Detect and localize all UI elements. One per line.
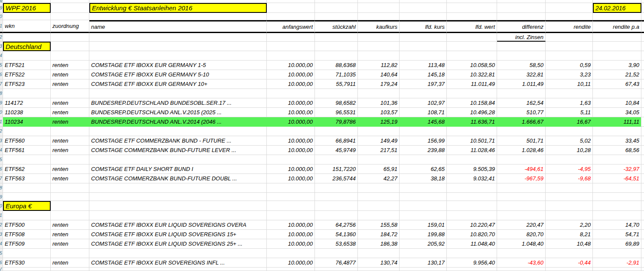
cell-lfd-kurs[interactable]: 145,68: [400, 117, 447, 127]
row-header[interactable]: 16: [0, 70, 3, 79]
empty-cell[interactable]: [315, 193, 358, 201]
empty-cell[interactable]: [51, 249, 89, 258]
empty-cell[interactable]: [3, 268, 51, 271]
cell-rendite-pa[interactable]: 3,90: [593, 61, 641, 70]
cell-wkn[interactable]: ETF509: [3, 239, 51, 249]
row-header[interactable]: 20: [0, 108, 3, 117]
empty-cell[interactable]: [641, 70, 644, 79]
empty-cell[interactable]: [358, 51, 400, 61]
row-header[interactable]: 8: [0, 0, 3, 3]
cell-stueckzahl[interactable]: 79,8786: [315, 117, 358, 127]
col-header-lfd-kurs[interactable]: lfd. kurs: [400, 20, 447, 33]
cell-differenz[interactable]: 1.011,49: [497, 79, 546, 89]
workbook-label-cell[interactable]: WPF 2016: [3, 3, 51, 13]
empty-cell[interactable]: [89, 201, 267, 211]
empty-cell[interactable]: [641, 220, 644, 230]
empty-cell[interactable]: [641, 89, 644, 98]
cell-kaufkurs[interactable]: 65,91: [358, 164, 400, 174]
empty-cell[interactable]: [641, 0, 644, 3]
cell-kaufkurs[interactable]: 140,64: [358, 70, 400, 79]
empty-cell[interactable]: [267, 268, 315, 271]
empty-cell[interactable]: [497, 3, 546, 13]
empty-cell[interactable]: [497, 201, 546, 211]
empty-cell[interactable]: [315, 249, 358, 258]
empty-cell[interactable]: [447, 211, 497, 220]
empty-cell[interactable]: [315, 13, 358, 20]
cell-stueckzahl[interactable]: 98,6582: [315, 98, 358, 108]
empty-cell[interactable]: [89, 33, 267, 42]
cell-zuordnung[interactable]: renten: [51, 174, 89, 183]
empty-cell[interactable]: [641, 13, 644, 20]
empty-cell[interactable]: [593, 51, 641, 61]
empty-cell[interactable]: [358, 0, 400, 3]
empty-cell[interactable]: [267, 249, 315, 258]
empty-cell[interactable]: [358, 268, 400, 271]
cell-lfd-wert[interactable]: 10.220,47: [447, 220, 497, 230]
cell-zuordnung[interactable]: renten: [51, 220, 89, 230]
empty-cell[interactable]: [267, 211, 315, 220]
cell-name[interactable]: COMSTAGE ETF IBOXX EUR LIQUID SOVEREIGNS…: [89, 230, 267, 239]
empty-cell[interactable]: [3, 183, 51, 193]
empty-cell[interactable]: [641, 42, 644, 51]
empty-cell[interactable]: [641, 51, 644, 61]
cell-kaufkurs[interactable]: 155,58: [358, 220, 400, 230]
empty-cell[interactable]: [641, 193, 644, 201]
cell-wkn[interactable]: ETF508: [3, 230, 51, 239]
cell-differenz[interactable]: -43,60: [497, 258, 546, 268]
empty-cell[interactable]: [497, 42, 546, 51]
cell-anfangswert[interactable]: 10.000,00: [267, 117, 315, 127]
empty-cell[interactable]: [497, 193, 546, 201]
empty-cell[interactable]: [267, 127, 315, 136]
cell-stueckzahl[interactable]: 96,5531: [315, 108, 358, 117]
cell-anfangswert[interactable]: 10.000,00: [267, 98, 315, 108]
empty-cell[interactable]: [358, 155, 400, 164]
cell-name[interactable]: COMSTAGE ETF IBOXX EUR GERMANY 5-10: [89, 70, 267, 79]
empty-cell[interactable]: [51, 42, 89, 51]
cell-lfd-kurs[interactable]: 62,65: [400, 164, 447, 174]
row-header[interactable]: 26: [0, 164, 3, 174]
cell-name[interactable]: COMSTAGE ETF IBOXX EUR LIQUID SOVEREIGNS…: [89, 220, 267, 230]
empty-cell[interactable]: [51, 0, 89, 3]
empty-cell[interactable]: [89, 155, 267, 164]
empty-cell[interactable]: [315, 155, 358, 164]
empty-cell[interactable]: [315, 3, 358, 13]
col-header-kaufkurs[interactable]: kaufkurs: [358, 20, 400, 33]
cell-rendite-pa[interactable]: -2,91: [593, 258, 641, 268]
cell-kaufkurs[interactable]: 217,51: [358, 146, 400, 155]
empty-cell[interactable]: [641, 201, 644, 211]
cell-stueckzahl[interactable]: 45,9749: [315, 146, 358, 155]
cell-rendite[interactable]: 0,59: [546, 61, 593, 70]
cell-wkn[interactable]: ETF522: [3, 70, 51, 79]
cell-kaufkurs[interactable]: 42,27: [358, 174, 400, 183]
row-header[interactable]: 9: [0, 3, 3, 13]
cell-differenz[interactable]: 501,71: [497, 136, 546, 146]
cell-lfd-wert[interactable]: 11.048,40: [447, 239, 497, 249]
cell-zuordnung[interactable]: renten: [51, 98, 89, 108]
empty-cell[interactable]: [546, 193, 593, 201]
empty-cell[interactable]: [267, 42, 315, 51]
cell-differenz[interactable]: 510,77: [497, 108, 546, 117]
cell-zuordnung[interactable]: renten: [51, 258, 89, 268]
cell-anfangswert[interactable]: 10.000,00: [267, 239, 315, 249]
cell-kaufkurs[interactable]: 101,36: [358, 98, 400, 108]
empty-cell[interactable]: [641, 20, 644, 33]
empty-cell[interactable]: [641, 164, 644, 174]
empty-cell[interactable]: [89, 0, 267, 3]
cell-stueckzahl[interactable]: 76,4877: [315, 258, 358, 268]
empty-cell[interactable]: [3, 33, 51, 42]
empty-cell[interactable]: [51, 155, 89, 164]
empty-cell[interactable]: [447, 89, 497, 98]
cell-stueckzahl[interactable]: 64,2756: [315, 220, 358, 230]
empty-cell[interactable]: [546, 51, 593, 61]
empty-cell[interactable]: [358, 13, 400, 20]
cell-rendite-pa[interactable]: 69,89: [593, 239, 641, 249]
empty-cell[interactable]: [497, 268, 546, 271]
row-header[interactable]: 23: [0, 136, 3, 146]
empty-cell[interactable]: [641, 268, 644, 271]
cell-anfangswert[interactable]: 10.000,00: [267, 258, 315, 268]
cell-stueckzahl[interactable]: 55,7911: [315, 79, 358, 89]
cell-name[interactable]: COMSTAGE COMMERZBANK BUND-FUTURE LEVER .…: [89, 146, 267, 155]
cell-lfd-kurs[interactable]: 145,18: [400, 70, 447, 79]
empty-cell[interactable]: [447, 127, 497, 136]
cell-kaufkurs[interactable]: 179,24: [358, 79, 400, 89]
